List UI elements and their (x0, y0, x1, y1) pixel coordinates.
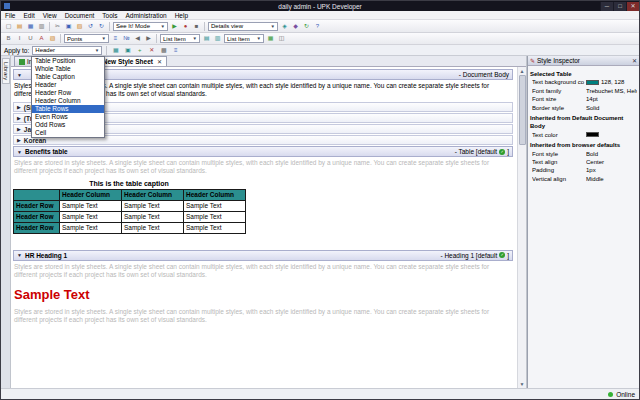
dropdown-item[interactable]: Header Row (32, 89, 104, 97)
sample-table-cell[interactable]: Header Row (14, 200, 60, 211)
see-it-mode-combo[interactable]: See It! Mode ▼ (113, 22, 168, 31)
section-hr-heading-1[interactable]: ▼ HR Heading 1 - Heading 1 [default ✓ ] (13, 250, 513, 261)
menu-item-help[interactable]: Help (175, 12, 188, 19)
menu-item-file[interactable]: File (5, 12, 15, 19)
italic-icon[interactable]: I (15, 34, 24, 43)
section-benefits-table[interactable]: ▼ Benefits table - Table [default ✓ ] (13, 146, 513, 157)
scroll-up-icon[interactable]: ▲ (518, 67, 527, 75)
heading-sample-text[interactable]: Sample Text (14, 287, 513, 302)
help-icon[interactable]: ? (313, 22, 322, 31)
toolbar-separator (156, 34, 157, 43)
sample-table-cell[interactable]: Header Column (122, 189, 184, 200)
record-icon[interactable]: ● (181, 22, 190, 31)
font-color-icon[interactable]: A (37, 34, 46, 43)
undo-icon[interactable]: ↺ (86, 22, 95, 31)
cut-icon[interactable]: ✂ (53, 22, 62, 31)
add-style-icon[interactable]: + (135, 46, 144, 55)
list-item-combo-2[interactable]: List Item ▼ (224, 34, 264, 43)
inspector-group-heading: Inherited from browser defaults (530, 141, 637, 149)
table-style-icon[interactable]: ▦ (111, 46, 120, 55)
paste-icon[interactable]: ▧ (75, 22, 84, 31)
sample-table-cell[interactable]: Sample Text (60, 222, 122, 233)
dropdown-item[interactable]: Table Position (32, 57, 104, 65)
shading-icon[interactable]: ▩ (159, 46, 168, 55)
insert-column-icon[interactable]: ▥ (213, 34, 222, 43)
inspector-row: Padding 1px (530, 166, 637, 174)
align-icon[interactable]: ≡ (171, 46, 180, 55)
property-label: Text background co (532, 78, 586, 86)
menu-item-tools[interactable]: Tools (102, 12, 117, 19)
menu-item-view[interactable]: View (43, 12, 57, 19)
underline-icon[interactable]: U (26, 34, 35, 43)
sample-table-cell[interactable]: Sample Text (184, 222, 246, 233)
dropdown-item[interactable]: Whole Table (32, 65, 104, 73)
preview-icon[interactable]: ◈ (280, 22, 289, 31)
sample-table-cell[interactable]: Header Column (60, 189, 122, 200)
property-value: Solid (586, 104, 637, 112)
table-icon[interactable]: ▦ (266, 34, 275, 43)
highlight-icon[interactable]: ▨ (48, 34, 57, 43)
link-icon[interactable]: ◆ (291, 22, 300, 31)
sample-table-cell[interactable]: Sample Text (122, 200, 184, 211)
vertical-scrollbar[interactable]: ▲ ▼ (517, 67, 526, 388)
open-icon[interactable]: ▤ (15, 22, 24, 31)
outdent-icon[interactable]: ◀ (133, 34, 142, 43)
delete-style-icon[interactable]: ✕ (147, 46, 156, 55)
style-name: - Table [default (455, 148, 498, 155)
sample-table-cell[interactable]: Sample Text (122, 222, 184, 233)
expand-triangle-icon: ▶ (17, 104, 21, 110)
sample-table-cell[interactable]: Header Row (14, 211, 60, 222)
apply-to-combo[interactable]: Header ▼ (32, 46, 102, 55)
table-row: Header Row Sample Text Sample Text Sampl… (14, 222, 246, 233)
sample-table-cell[interactable]: Sample Text (122, 211, 184, 222)
app-icon (4, 3, 10, 9)
property-label: Padding (532, 166, 586, 174)
minimize-button[interactable]: ─ (600, 2, 613, 11)
redo-icon[interactable]: ↻ (97, 22, 106, 31)
indent-icon[interactable]: ▶ (144, 34, 153, 43)
dropdown-item-highlighted[interactable]: Table Rows (32, 105, 104, 113)
maximize-button[interactable]: □ (613, 2, 626, 11)
border-style-icon[interactable]: ▣ (123, 46, 132, 55)
save-icon[interactable]: ▦ (26, 22, 35, 31)
dropdown-item[interactable]: Even Rows (32, 113, 104, 121)
refresh-icon[interactable]: ↻ (302, 22, 311, 31)
dropdown-item[interactable]: Header (32, 81, 104, 89)
chevron-down-icon: ▼ (193, 36, 197, 41)
sidebar-tab-library[interactable]: Library (2, 58, 10, 84)
dropdown-item[interactable]: Odd Rows (32, 121, 104, 129)
stop-icon[interactable]: ■ (192, 22, 201, 31)
sample-table-cell[interactable]: Sample Text (184, 211, 246, 222)
sample-table-cell[interactable] (14, 189, 60, 200)
list-item-combo-1[interactable]: List Item ▼ (160, 34, 200, 43)
insert-row-icon[interactable]: ▤ (202, 34, 211, 43)
sample-table-cell[interactable]: Sample Text (60, 200, 122, 211)
details-view-combo[interactable]: Details view ▼ (208, 22, 278, 31)
fonts-combo[interactable]: Ponts ▼ (64, 34, 109, 43)
merge-cells-icon[interactable]: ◫ (277, 34, 286, 43)
dropdown-item[interactable]: Header Column (32, 97, 104, 105)
sample-table-cell[interactable]: Sample Text (60, 211, 122, 222)
numbered-list-icon[interactable]: № (122, 34, 131, 43)
bold-icon[interactable]: B (4, 34, 13, 43)
scroll-down-icon[interactable]: ▼ (518, 380, 527, 388)
sample-table-cell[interactable]: Sample Text (184, 200, 246, 211)
dropdown-item[interactable]: Cell (32, 129, 104, 137)
menu-item-edit[interactable]: Edit (23, 12, 34, 19)
close-panel-icon[interactable]: ✕ (632, 57, 637, 64)
bullet-list-icon[interactable]: ≡ (111, 34, 120, 43)
menu-item-document[interactable]: Document (65, 12, 95, 19)
sample-table-cell[interactable]: Header Column (184, 189, 246, 200)
play-icon[interactable]: ▶ (170, 22, 179, 31)
copy-icon[interactable]: ▣ (64, 22, 73, 31)
new-document-icon[interactable]: ▢ (4, 22, 13, 31)
inspector-row: Text color (530, 131, 637, 139)
dropdown-item[interactable]: Table Caption (32, 73, 104, 81)
close-tab-icon[interactable]: ✕ (157, 58, 162, 65)
table-caption[interactable]: This is the table caption (13, 180, 245, 187)
close-button[interactable]: ✕ (626, 2, 639, 11)
scrollbar-thumb[interactable] (519, 75, 526, 145)
sample-table-cell[interactable]: Header Row (14, 222, 60, 233)
print-icon[interactable]: ▥ (37, 22, 46, 31)
menu-item-administration[interactable]: Administration (125, 12, 166, 19)
